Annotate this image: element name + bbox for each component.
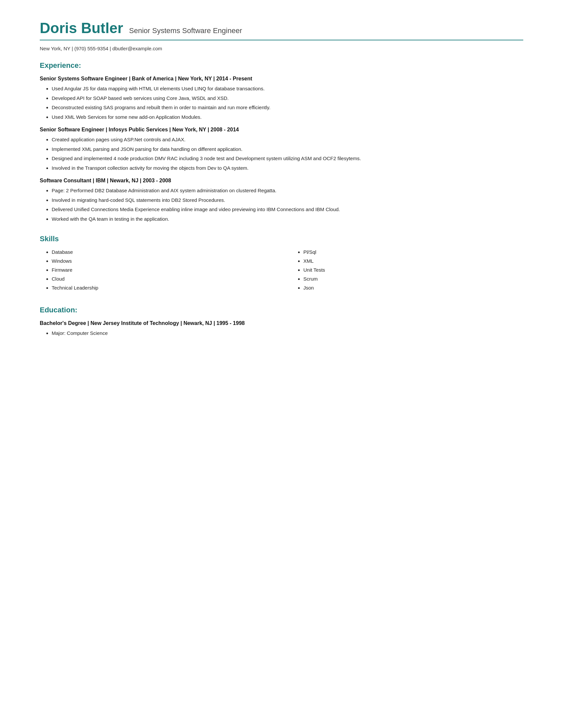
skill-item: Unit Tests	[304, 267, 523, 273]
header-divider	[40, 40, 523, 40]
bullet: Major: Computer Science	[52, 330, 523, 337]
skills-section: Skills Database Windows Firmware Cloud T…	[40, 235, 523, 294]
edu-title-1: Bachelor's Degree | New Jersey Institute…	[40, 320, 523, 326]
education-heading: Education:	[40, 306, 523, 314]
bullet: Developed API for SOAP based web service…	[52, 95, 523, 102]
skills-heading: Skills	[40, 235, 523, 243]
skill-item: Json	[304, 285, 523, 291]
skill-item: Pl/Sql	[304, 249, 523, 255]
bullet: Designed and implemented 4 node producti…	[52, 155, 523, 162]
skill-item: Database	[52, 249, 271, 255]
bullet: Created application pages using ASP.Net …	[52, 136, 523, 144]
bullet: Implemented XML parsing and JSON parsing…	[52, 146, 523, 153]
education-section: Education: Bachelor's Degree | New Jerse…	[40, 306, 523, 337]
bullet: Involved in migrating hard-coded SQL sta…	[52, 197, 523, 204]
skills-right: Pl/Sql XML Unit Tests Scrum Json	[292, 249, 523, 294]
edu-bullets-1: Major: Computer Science	[52, 330, 523, 337]
contact-info: New York, NY | (970) 555-9354 | dbutler@…	[40, 46, 523, 51]
skill-item: Cloud	[52, 276, 271, 282]
candidate-name: Doris Butler	[40, 20, 123, 36]
bullet: Deconstructed existing SAS programs and …	[52, 104, 523, 112]
job-title-1: Senior Systems Software Engineer | Bank …	[40, 76, 523, 82]
skill-item: Scrum	[304, 276, 523, 282]
skills-right-list: Pl/Sql XML Unit Tests Scrum Json	[304, 249, 523, 291]
job-bullets-3: Page: 2 Performed DB2 Database Administr…	[52, 187, 523, 223]
bullet: Delivered Unified Connections Media Expe…	[52, 206, 523, 213]
name-title-row: Doris Butler Senior Systems Software Eng…	[40, 20, 523, 36]
skill-item: Firmware	[52, 267, 271, 273]
job-title-2: Senior Software Engineer | Infosys Publi…	[40, 127, 523, 133]
experience-heading: Experience:	[40, 61, 523, 70]
skill-item: Technical Leadership	[52, 285, 271, 291]
skills-left: Database Windows Firmware Cloud Technica…	[40, 249, 271, 294]
header: Doris Butler Senior Systems Software Eng…	[40, 20, 523, 51]
skill-item: XML	[304, 258, 523, 264]
bullet: Worked with the QA team in testing in th…	[52, 215, 523, 223]
skills-grid: Database Windows Firmware Cloud Technica…	[40, 249, 523, 294]
job-title-3: Software Consultant | IBM | Newark, NJ |…	[40, 178, 523, 184]
bullet: Used Angular JS for data mapping with HT…	[52, 85, 523, 93]
job-bullets-1: Used Angular JS for data mapping with HT…	[52, 85, 523, 121]
skill-item: Windows	[52, 258, 271, 264]
bullet: Involved in the Transport collection act…	[52, 164, 523, 172]
experience-section: Experience: Senior Systems Software Engi…	[40, 61, 523, 223]
bullet: Used XML Web Services for some new add-o…	[52, 114, 523, 121]
bullet: Page: 2 Performed DB2 Database Administr…	[52, 187, 523, 195]
job-bullets-2: Created application pages using ASP.Net …	[52, 136, 523, 172]
candidate-title: Senior Systems Software Engineer	[129, 26, 242, 35]
skills-left-list: Database Windows Firmware Cloud Technica…	[52, 249, 271, 291]
